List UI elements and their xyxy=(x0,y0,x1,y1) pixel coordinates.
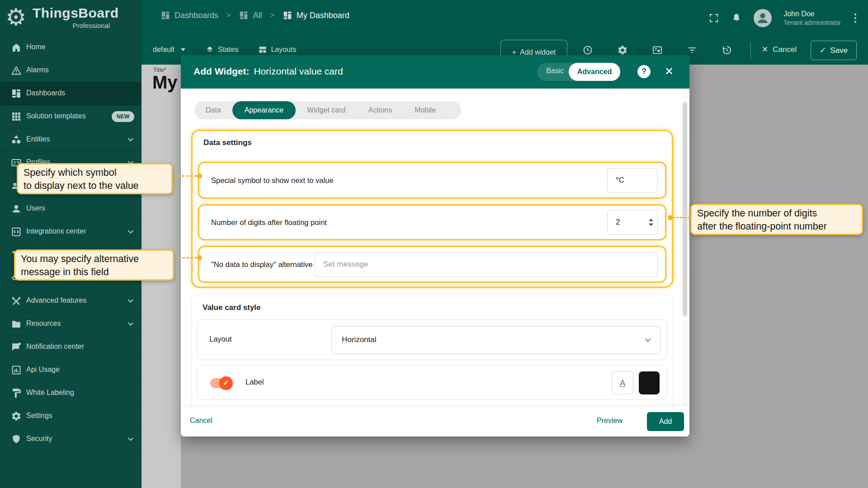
special-symbol-input[interactable] xyxy=(607,168,658,192)
caret-down-icon xyxy=(181,48,185,51)
timewindow-clock-icon[interactable] xyxy=(582,45,593,56)
dialog-preview-button[interactable]: Preview xyxy=(597,417,623,425)
states-button[interactable]: States xyxy=(205,45,238,54)
tab-widget-card[interactable]: Widget card xyxy=(296,101,357,119)
avatar[interactable] xyxy=(754,9,772,27)
tooltip-connector-line xyxy=(175,257,197,258)
sidebar-item-integrations-center[interactable]: Integrations center xyxy=(0,221,142,244)
user-name: John Doe xyxy=(783,9,841,19)
sidebar-item-alarms[interactable]: Alarms xyxy=(0,59,142,82)
home-icon xyxy=(11,42,22,53)
filter-icon[interactable] xyxy=(687,45,698,56)
state-selector[interactable]: default xyxy=(153,46,185,54)
sidebar-item-resources[interactable]: Resources xyxy=(0,313,142,336)
sidebar-item-notification-center[interactable]: Notification center xyxy=(0,336,142,359)
chevron-down-icon xyxy=(126,435,135,444)
font-settings-button[interactable]: A xyxy=(612,371,633,394)
dashboards-icon xyxy=(11,88,22,99)
label-color-swatch[interactable] xyxy=(639,371,660,394)
dashboard-icon xyxy=(160,10,170,20)
breadcrumb: Dashboards > All > My Dashboard xyxy=(160,10,349,20)
dashboard-settings-gear-icon[interactable] xyxy=(617,45,628,56)
label-row: ✓ Label A xyxy=(197,366,667,400)
label-toggle-label: Label xyxy=(245,378,264,386)
dashboard-save-label: Save xyxy=(830,46,848,55)
entity-aliases-icon[interactable] xyxy=(652,45,663,56)
tooltip-connector-line xyxy=(173,175,197,177)
sidebar-item-api-usage[interactable]: Api Usage xyxy=(0,359,142,382)
breadcrumb-item-all[interactable]: All xyxy=(239,10,262,20)
dashboard-cancel-button[interactable]: ✕ Cancel xyxy=(762,45,797,54)
version-history-icon[interactable] xyxy=(722,45,732,56)
breadcrumb-separator: > xyxy=(226,11,231,19)
resources-folder-icon xyxy=(11,319,22,329)
dashboard-save-button[interactable]: ✓ Save xyxy=(811,41,857,60)
tab-appearance[interactable]: Appearance xyxy=(232,101,296,119)
dialog-close-icon[interactable]: ✕ xyxy=(665,64,674,79)
thingsboard-logo[interactable]: ⚙ ThingsBoard Professional xyxy=(0,0,142,36)
dialog-add-button[interactable]: Add xyxy=(647,412,684,431)
app-name: ThingsBoard xyxy=(33,5,119,21)
dialog-title: Add Widget:Horizontal value card xyxy=(193,66,343,77)
layout-select[interactable]: Horizontal xyxy=(331,326,661,354)
sidebar-item-settings[interactable]: Settings xyxy=(0,405,142,428)
tooltip-line: to display next to the value xyxy=(24,179,166,192)
dialog-cancel-button[interactable]: Cancel xyxy=(190,417,212,425)
breadcrumb-item-my-dashboard[interactable]: My Dashboard xyxy=(283,10,349,20)
dialog-scrollbar-thumb[interactable] xyxy=(683,102,687,316)
thingsboard-logo-icon: ⚙ xyxy=(5,4,27,31)
sidebar-item-security[interactable]: Security xyxy=(0,428,142,451)
layout-row: Layout Horizontal xyxy=(197,319,667,360)
sidebar-item-advanced-features[interactable]: Advanced features xyxy=(0,290,142,313)
tooltip-alternative-message: You may specify alternative message in t… xyxy=(14,249,174,281)
special-symbol-field-row: Special symbol to show next to value xyxy=(198,162,666,199)
tab-actions[interactable]: Actions xyxy=(357,101,403,119)
state-selector-value: default xyxy=(153,46,175,54)
top-header-bar: Dashboards > All > My Dashboard John Doe… xyxy=(142,0,868,36)
layouts-button[interactable]: Layouts xyxy=(258,45,296,54)
sidebar-item-users[interactable]: Users xyxy=(0,197,142,221)
sidebar-item-dashboards[interactable]: Dashboards xyxy=(0,82,142,105)
tab-data[interactable]: Data xyxy=(194,101,232,119)
user-info[interactable]: John Doe Tenant administrator xyxy=(783,9,841,27)
white-labeling-paint-icon xyxy=(11,388,22,399)
solution-templates-grid-icon xyxy=(11,111,22,122)
sidebar-item-white-labeling[interactable]: White Labeling xyxy=(0,382,142,405)
sidebar-item-home[interactable]: Home xyxy=(0,36,142,59)
notifications-bell-icon[interactable] xyxy=(731,13,742,23)
security-shield-icon xyxy=(11,434,22,445)
no-data-message-input[interactable] xyxy=(315,252,658,277)
tooltip-connector-dot xyxy=(197,255,202,260)
api-usage-chart-icon xyxy=(11,365,22,375)
tooltip-connector-dot xyxy=(197,174,202,178)
dialog-title-widget-name: Horizontal value card xyxy=(254,66,343,76)
breadcrumb-label: Dashboards xyxy=(175,11,218,20)
chevron-down-icon xyxy=(126,135,135,144)
digits-label: Number of digits after floating point xyxy=(211,218,327,227)
label-toggle[interactable]: ✓ xyxy=(209,376,233,390)
alarms-warning-icon xyxy=(11,65,22,76)
mode-basic-button[interactable]: Basic xyxy=(546,67,564,75)
tab-mobile[interactable]: Mobile xyxy=(403,101,447,119)
tooltip-line: after the floating-point number xyxy=(697,220,856,233)
number-stepper-arrows[interactable] xyxy=(649,219,653,226)
sidebar-item-solution-templates[interactable]: Solution templates NEW xyxy=(0,105,142,128)
breadcrumb-item-dashboards[interactable]: Dashboards xyxy=(160,10,218,20)
mode-advanced-button[interactable]: Advanced xyxy=(569,63,620,81)
states-label: States xyxy=(218,46,238,54)
users-person-icon xyxy=(11,203,22,214)
dashboard-title-field-value: My xyxy=(152,72,178,93)
tooltip-special-symbol: Specify which symbol to display next to … xyxy=(17,163,173,194)
help-button[interactable]: ? xyxy=(637,65,651,78)
settings-gear-icon xyxy=(11,411,22,422)
dialog-header: Add Widget:Horizontal value card Basic A… xyxy=(181,55,689,89)
breadcrumb-label: My Dashboard xyxy=(297,11,349,20)
fullscreen-icon[interactable] xyxy=(708,13,719,23)
integrations-icon xyxy=(11,226,22,237)
section-heading: Data settings xyxy=(203,138,252,147)
entities-icon xyxy=(11,134,22,145)
sidebar-item-entities[interactable]: Entities xyxy=(0,128,142,151)
sidebar: ⚙ ThingsBoard Professional Home Alarms D… xyxy=(0,0,142,488)
more-menu-icon[interactable] xyxy=(853,12,858,24)
chevron-down-icon xyxy=(126,227,135,236)
